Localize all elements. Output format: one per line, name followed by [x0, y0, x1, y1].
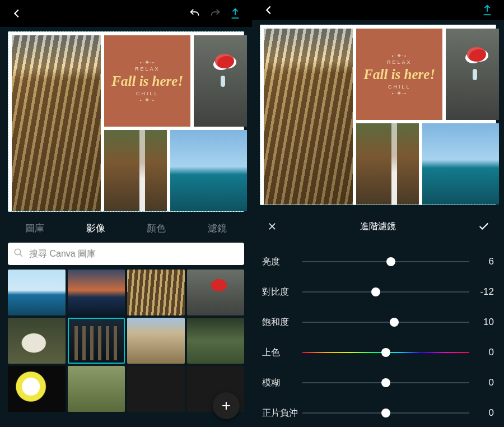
gallery-thumb[interactable]: [8, 270, 66, 315]
tab-color[interactable]: 顏色: [147, 222, 166, 235]
slider-value: 0: [469, 377, 494, 388]
text-chill: CHILL: [136, 91, 159, 96]
text-relax: RELAX: [387, 59, 412, 65]
gallery-thumb[interactable]: [127, 270, 185, 315]
topbar: [252, 0, 504, 20]
design-canvas[interactable]: •·❖·• RELAX Fall is here! CHILL •·❖·•: [260, 25, 496, 205]
gallery-thumb[interactable]: [127, 318, 185, 364]
text-headline: Fall is here!: [111, 74, 183, 89]
gallery-thumb[interactable]: [8, 366, 66, 412]
collage-image-waterfall[interactable]: [104, 130, 167, 211]
slider-row: 對比度-12: [262, 277, 494, 307]
slider-value: 6: [469, 256, 494, 267]
gallery-thumb[interactable]: [187, 318, 245, 364]
gallery-thumb[interactable]: [187, 270, 245, 315]
close-button[interactable]: [262, 216, 282, 236]
text-card[interactable]: •·❖·• RELAX Fall is here! CHILL •·❖·•: [104, 35, 190, 127]
export-button[interactable]: [477, 0, 497, 20]
search-icon: [13, 248, 24, 260]
slider-track[interactable]: [302, 317, 469, 328]
slider-row: 上色0: [262, 337, 494, 368]
slider-knob[interactable]: [390, 318, 399, 327]
slider-value: 0: [469, 347, 494, 358]
text-headline: Fall is here!: [363, 67, 435, 82]
collage-top-right: •·❖·• RELAX Fall is here! CHILL •·❖·•: [104, 35, 244, 127]
export-button[interactable]: [225, 3, 245, 24]
search-input[interactable]: 搜尋 Canva 圖庫: [8, 243, 244, 265]
search-placeholder: 搜尋 Canva 圖庫: [29, 248, 96, 260]
confirm-button[interactable]: [474, 216, 494, 236]
slider-row: 正片負沖0: [262, 398, 494, 427]
slider-knob[interactable]: [381, 378, 390, 387]
collage-image-beach[interactable]: [422, 123, 499, 205]
panel-title: 進階濾鏡: [360, 221, 396, 233]
slider-value: -12: [469, 286, 494, 298]
slider-label: 飽和度: [262, 317, 302, 328]
slider-label: 模糊: [262, 377, 302, 389]
right-screen: •·❖·• RELAX Fall is here! CHILL •·❖·• 進階…: [252, 0, 504, 427]
collage-bottom-right: [104, 130, 244, 211]
collage-image-waterfall[interactable]: [356, 123, 419, 205]
collage-image-left[interactable]: [264, 29, 353, 205]
editor-tabs: 圖庫 影像 顏色 濾鏡: [0, 215, 252, 243]
slider-label: 對比度: [262, 286, 302, 298]
gallery-thumb[interactable]: [68, 366, 125, 412]
slider-value: 0: [469, 407, 494, 419]
slider-label: 正片負沖: [262, 407, 302, 419]
gallery-thumb[interactable]: [127, 366, 185, 412]
back-button[interactable]: [259, 0, 279, 20]
gallery-thumb[interactable]: [68, 270, 125, 315]
slider-label: 上色: [262, 347, 302, 359]
slider-track[interactable]: [302, 286, 469, 298]
slider-track[interactable]: [302, 377, 469, 388]
tab-filter[interactable]: 濾鏡: [208, 222, 227, 235]
slider-label: 亮度: [262, 256, 302, 268]
tab-image[interactable]: 影像: [86, 222, 105, 235]
slider-list: 亮度6對比度-12飽和度10上色0模糊0正片負沖0: [252, 247, 504, 427]
slider-row: 模糊0: [262, 368, 494, 398]
slider-value: 10: [469, 317, 494, 328]
slider-track[interactable]: [302, 347, 469, 358]
gallery-thumb[interactable]: [8, 318, 66, 364]
slider-track[interactable]: [302, 407, 469, 419]
collage-top-right: •·❖·• RELAX Fall is here! CHILL •·❖·•: [356, 29, 496, 120]
filter-panel-header: 進階濾鏡: [252, 208, 504, 247]
collage-image-beach[interactable]: [170, 130, 247, 211]
slider-knob[interactable]: [371, 287, 380, 296]
slider-knob[interactable]: [381, 409, 390, 417]
canvas-area: •·❖·• RELAX Fall is here! CHILL •·❖·•: [252, 20, 504, 208]
slider-knob[interactable]: [386, 257, 395, 266]
redo-button[interactable]: [205, 3, 225, 24]
text-relax: RELAX: [135, 66, 160, 72]
add-button[interactable]: +: [213, 392, 240, 419]
slider-track[interactable]: [302, 256, 469, 267]
design-canvas[interactable]: •·❖·• RELAX Fall is here! CHILL •·❖·•: [8, 31, 244, 212]
gallery-thumb-selected[interactable]: [68, 318, 125, 364]
collage-image-left[interactable]: [12, 35, 101, 211]
canvas-area: •·❖·• RELAX Fall is here! CHILL •·❖·•: [0, 27, 252, 215]
back-button[interactable]: [7, 3, 27, 24]
text-chill: CHILL: [388, 84, 411, 90]
svg-point-0: [15, 249, 21, 256]
collage-bottom-right: [356, 123, 496, 205]
topbar: [0, 0, 252, 27]
tab-library[interactable]: 圖庫: [25, 222, 44, 235]
slider-row: 飽和度10: [262, 307, 494, 337]
collage-image-mushroom[interactable]: [194, 35, 247, 127]
text-card[interactable]: •·❖·• RELAX Fall is here! CHILL •·❖·•: [356, 29, 442, 120]
left-screen: •·❖·• RELAX Fall is here! CHILL •·❖·• 圖庫…: [0, 0, 252, 427]
slider-row: 亮度6: [262, 247, 494, 277]
undo-button[interactable]: [185, 3, 205, 24]
slider-knob[interactable]: [381, 348, 390, 357]
collage-image-mushroom[interactable]: [446, 29, 499, 120]
